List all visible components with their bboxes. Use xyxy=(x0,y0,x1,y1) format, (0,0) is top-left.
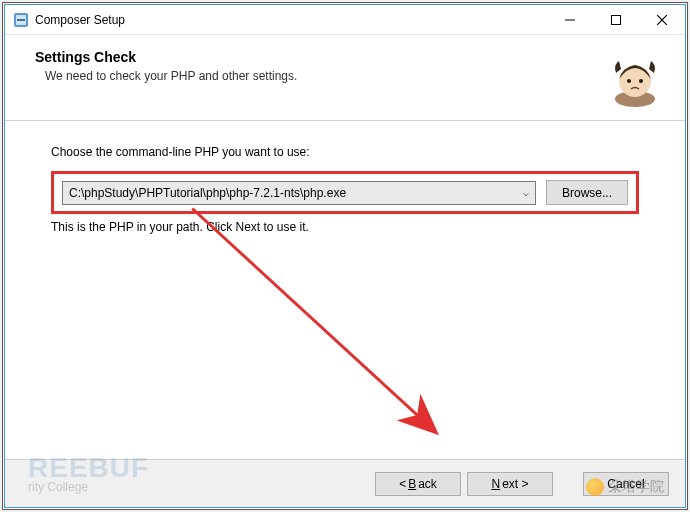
cancel-button[interactable]: Cancel xyxy=(583,472,669,496)
maximize-button[interactable] xyxy=(593,5,639,34)
page-heading: Settings Check xyxy=(35,49,661,65)
wizard-footer: < Back Next > Cancel xyxy=(5,459,685,507)
php-path-value: C:\phpStudy\PHPTutorial\php\php-7.2.1-nt… xyxy=(69,186,346,200)
minimize-icon xyxy=(565,15,575,25)
annotation-highlight: C:\phpStudy\PHPTutorial\php\php-7.2.1-nt… xyxy=(51,171,639,214)
svg-rect-2 xyxy=(17,19,25,21)
php-choose-label: Choose the command-line PHP you want to … xyxy=(51,145,639,159)
wizard-body: Choose the command-line PHP you want to … xyxy=(5,121,685,459)
titlebar: Composer Setup xyxy=(5,5,685,35)
svg-point-9 xyxy=(627,79,631,83)
minimize-button[interactable] xyxy=(547,5,593,34)
php-path-dropdown[interactable]: C:\phpStudy\PHPTutorial\php\php-7.2.1-nt… xyxy=(62,181,536,205)
window: Composer Setup Settings Check We need to… xyxy=(4,4,686,508)
svg-point-8 xyxy=(619,65,651,97)
close-icon xyxy=(657,15,667,25)
svg-point-10 xyxy=(639,79,643,83)
back-button[interactable]: < Back xyxy=(375,472,461,496)
browse-button[interactable]: Browse... xyxy=(546,180,628,205)
app-icon xyxy=(13,12,29,28)
svg-rect-4 xyxy=(612,15,621,24)
maximize-icon xyxy=(611,15,621,25)
window-controls xyxy=(547,5,685,34)
window-title: Composer Setup xyxy=(35,13,547,27)
chevron-down-icon: ⌵ xyxy=(523,187,529,198)
next-button[interactable]: Next > xyxy=(467,472,553,496)
page-subtext: We need to check your PHP and other sett… xyxy=(35,69,661,83)
path-hint: This is the PHP in your path. Click Next… xyxy=(51,220,639,234)
close-button[interactable] xyxy=(639,5,685,34)
header-illustration xyxy=(607,53,663,109)
svg-line-11 xyxy=(192,208,434,431)
wizard-header: Settings Check We need to check your PHP… xyxy=(5,35,685,121)
